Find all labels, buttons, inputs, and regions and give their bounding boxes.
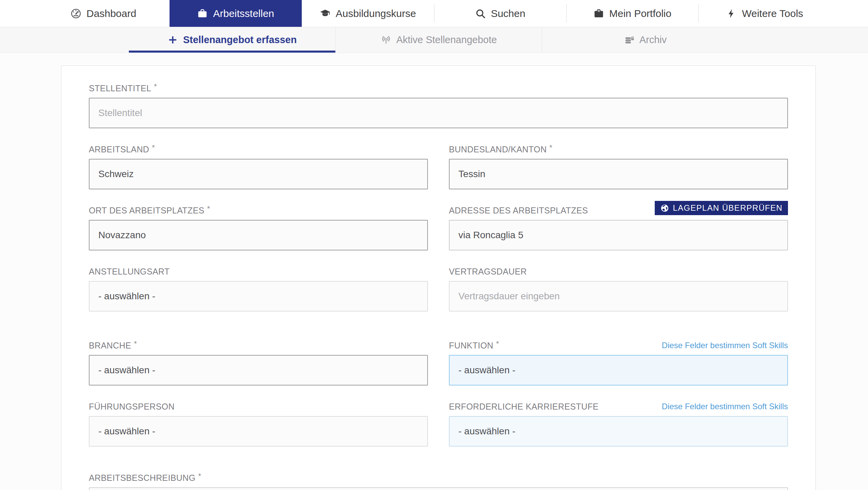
archive-lock-icon (624, 35, 634, 45)
adresse-label: ADRESSE DES ARBEITSPLATZES (449, 206, 588, 215)
branche-label: BRANCHE* (89, 341, 137, 351)
anstellungsart-label: ANSTELLUNGSART (89, 267, 170, 277)
nav-item-label: Weitere Tools (742, 8, 803, 19)
soft-skills-note-link-funktion[interactable]: Diese Felder bestimmen Soft Skills (662, 341, 788, 350)
karrierestufe-select[interactable]: - auswählen - (449, 416, 788, 447)
field-ort-des-arbeitsplatzes: ORT DES ARBEITSPLATZES* (89, 198, 428, 250)
nav-item-suchen[interactable]: Suchen (434, 0, 566, 27)
field-bundesland-kanton: BUNDESLAND/KANTON* (449, 137, 788, 189)
search-icon (475, 8, 486, 19)
lageplan-button-label: LAGEPLAN ÜBERPRÜFEN (673, 203, 783, 213)
nav-item-label: Ausbildungskurse (336, 8, 416, 19)
field-arbeitsbeschreibung: ARBEITSBESCHREIBUNG* (89, 466, 788, 490)
tab-label: Stellenangebot erfassen (183, 34, 297, 45)
lightning-icon (726, 8, 737, 19)
tab-label: Aktive Stellenangebote (396, 34, 497, 45)
fuehrungsperson-select[interactable]: - auswählen - (89, 416, 428, 447)
field-vertragsdauer: VERTRAGSDAUER (449, 259, 788, 312)
tab-label: Archiv (639, 34, 667, 45)
job-offer-form-card: STELLENTITEL* ARBEITSLAND* BUNDESL (61, 65, 816, 490)
branche-select[interactable]: - auswählen - (89, 355, 428, 385)
tab-stellenangebot-erfassen[interactable]: Stellenangebot erfassen (129, 27, 335, 53)
arbeitsland-label: ARBEITSLAND* (89, 145, 155, 154)
graduation-cap-icon (320, 8, 331, 19)
briefcase-icon (197, 8, 208, 19)
nav-item-weitere-tools[interactable]: Weitere Tools (698, 0, 831, 27)
dashboard-gauge-icon (71, 8, 81, 19)
field-stellentitel: STELLENTITEL* (89, 76, 788, 128)
ort-label: ORT DES ARBEITSPLATZES* (89, 206, 210, 215)
top-navigation: Dashboard Arbeitsstellen Ausbildungskurs… (0, 0, 868, 27)
nav-item-label: Suchen (491, 8, 526, 19)
funktion-label: FUNKTION* (449, 341, 499, 351)
field-arbeitsland: ARBEITSLAND* (89, 137, 428, 189)
soft-skills-note-link-karrierestufe[interactable]: Diese Felder bestimmen Soft Skills (662, 402, 788, 411)
bundesland-input[interactable] (449, 159, 788, 189)
vertragsdauer-label: VERTRAGSDAUER (449, 267, 527, 277)
stellentitel-label: STELLENTITEL* (89, 84, 157, 93)
field-erforderliche-karrierestufe: ERFORDERLICHE KARRIERESTUFE Diese Felder… (449, 394, 788, 447)
nav-item-label: Dashboard (86, 8, 136, 19)
anstellungsart-select[interactable]: - auswählen - (89, 281, 428, 312)
nav-item-label: Arbeitsstellen (213, 8, 274, 19)
field-funktion: FUNKTION* Diese Felder bestimmen Soft Sk… (449, 333, 788, 385)
lageplan-ueberpruefen-button[interactable]: LAGEPLAN ÜBERPRÜFEN (655, 201, 788, 215)
nav-item-label: Mein Portfolio (609, 8, 671, 19)
tab-aktive-stellenangebote[interactable]: Aktive Stellenangebote (335, 27, 542, 53)
nav-item-dashboard[interactable]: Dashboard (37, 0, 170, 27)
fuehrungsperson-label: FÜHRUNGSPERSON (89, 402, 175, 412)
vertragsdauer-input[interactable] (449, 281, 788, 312)
tab-archiv[interactable]: Archiv (542, 27, 748, 53)
stellentitel-input[interactable] (89, 98, 788, 128)
field-branche: BRANCHE* - auswählen - (89, 333, 428, 385)
broadcast-icon (381, 35, 391, 45)
adresse-input[interactable] (449, 220, 788, 250)
ort-input[interactable] (89, 220, 428, 250)
arbeitsland-input[interactable] (89, 159, 428, 189)
arbeitsbeschreibung-textarea[interactable] (89, 487, 788, 490)
portfolio-icon (593, 8, 604, 19)
nav-item-arbeitsstellen[interactable]: Arbeitsstellen (170, 0, 302, 27)
field-anstellungsart: ANSTELLUNGSART - auswählen - (89, 259, 428, 312)
globe-icon (660, 204, 669, 213)
karrierestufe-label: ERFORDERLICHE KARRIERESTUFE (449, 402, 598, 412)
nav-item-ausbildungskurse[interactable]: Ausbildungskurse (302, 0, 434, 27)
sub-navigation: Stellenangebot erfassen Aktive Stellenan… (0, 27, 868, 53)
plus-icon (167, 35, 178, 45)
field-adresse-des-arbeitsplatzes: ADRESSE DES ARBEITSPLATZES LAGEPLAN ÜBER… (449, 198, 788, 250)
main-content: STELLENTITEL* ARBEITSLAND* BUNDESL (0, 53, 868, 490)
bundesland-label: BUNDESLAND/KANTON* (449, 145, 552, 154)
arbeitsbeschreibung-label: ARBEITSBESCHREIBUNG* (89, 473, 201, 483)
field-fuehrungsperson: FÜHRUNGSPERSON - auswählen - (89, 394, 428, 447)
funktion-select[interactable]: - auswählen - (449, 355, 788, 385)
nav-item-mein-portfolio[interactable]: Mein Portfolio (566, 0, 698, 27)
